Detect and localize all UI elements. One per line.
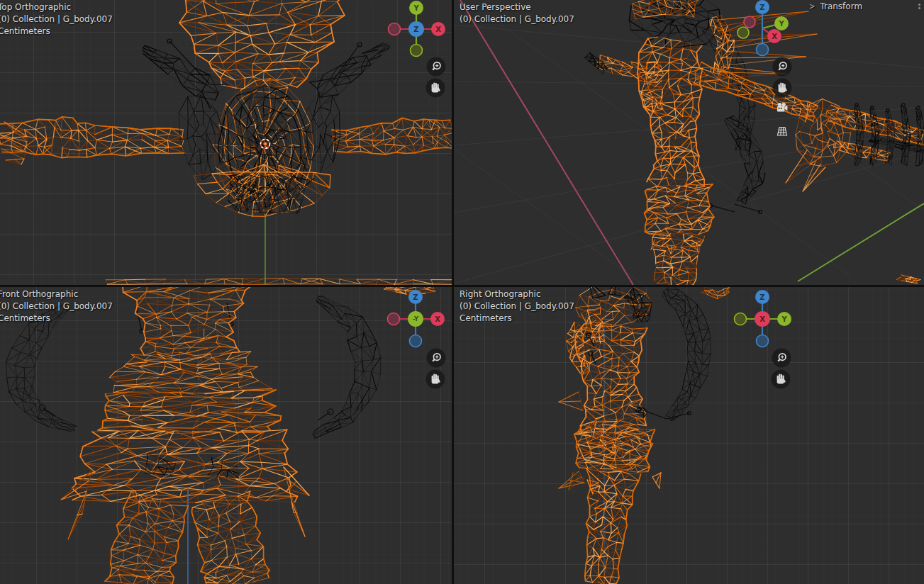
edge-bit-mesh bbox=[897, 274, 921, 283]
gizmo-axis-ball[interactable]: X bbox=[431, 22, 445, 36]
right-arm-mesh bbox=[694, 62, 818, 122]
right-arm-mesh bbox=[332, 118, 452, 155]
gizmo-axis-ball[interactable]: Y bbox=[409, 1, 423, 15]
viewport-scene-perspective: ZYX bbox=[454, 0, 924, 285]
wireframe-spikes bbox=[718, 11, 817, 78]
bodice-mesh bbox=[123, 287, 267, 356]
edge-strip-mesh bbox=[106, 279, 452, 285]
gizmo-axis-ball[interactable] bbox=[757, 335, 769, 347]
gizmo-axis-ball[interactable] bbox=[389, 23, 401, 35]
viewport-user-perspective[interactable]: ZYX User Perspective (0) Collection | G_… bbox=[454, 0, 924, 285]
pan-hand-icon[interactable] bbox=[773, 79, 792, 98]
chevron-right-icon: > bbox=[809, 1, 815, 11]
gizmo-axis-ball[interactable] bbox=[737, 27, 749, 38]
gizmo-axis-label: Y bbox=[413, 4, 419, 12]
hair-mesh bbox=[629, 0, 720, 49]
viewport-right-orthographic[interactable]: ZYX Right Orthographic (0) Collection | … bbox=[454, 287, 924, 584]
gizmo-axis-label: -Y bbox=[413, 315, 419, 322]
tassel-mesh bbox=[915, 108, 924, 166]
crescent-blade-mesh bbox=[725, 116, 765, 204]
hand-detail bbox=[585, 52, 607, 74]
view-axis-gizmo[interactable]: YXZ bbox=[389, 1, 446, 57]
chest-top-mesh bbox=[160, 0, 362, 89]
grid-ortho-toggle-icon[interactable] bbox=[778, 128, 787, 136]
crescent-side-mesh bbox=[662, 287, 711, 420]
gizmo-axis-ball[interactable]: -Y bbox=[408, 311, 423, 327]
zoom-icon[interactable] bbox=[427, 349, 446, 368]
gizmo-axis-ball[interactable]: Z bbox=[408, 290, 423, 304]
viewport-scene-right: ZYX bbox=[454, 287, 924, 584]
pan-hand-icon[interactable] bbox=[772, 370, 791, 389]
viewport-top-orthographic[interactable]: YXZ Top Orthographic (0) Collection | G_… bbox=[0, 0, 452, 285]
view-axis-gizmo[interactable]: ZYX bbox=[735, 290, 792, 347]
gizmo-axis-ball[interactable] bbox=[735, 313, 747, 325]
wireframe-detail bbox=[735, 204, 762, 214]
torso-mesh bbox=[638, 37, 704, 188]
viewport-front-orthographic[interactable]: ZX-Y Front Orthographic (0) Collection |… bbox=[0, 287, 452, 584]
skirt-top-mesh bbox=[194, 164, 330, 216]
gizmo-axis-label: X bbox=[435, 26, 441, 33]
gizmo-axis-label: Z bbox=[759, 293, 764, 301]
view-axis-gizmo[interactable]: ZX-Y bbox=[388, 290, 445, 347]
ruffle-mesh bbox=[110, 352, 272, 393]
left-leg-mesh bbox=[105, 492, 189, 584]
wireframe-detail bbox=[318, 409, 333, 420]
gizmo-axis-label: X bbox=[435, 315, 440, 323]
transform-panel-label: Transform bbox=[820, 1, 862, 11]
gizmo-axis-label: Z bbox=[413, 26, 418, 33]
pan-hand-icon[interactable] bbox=[426, 370, 445, 389]
gizmo-axis-ball[interactable] bbox=[388, 313, 400, 325]
gizmo-axis-ball[interactable]: Z bbox=[755, 290, 769, 304]
zoom-icon[interactable] bbox=[427, 57, 446, 77]
chest-side-mesh bbox=[567, 322, 589, 374]
gizmo-axis-ball[interactable]: X bbox=[430, 312, 445, 326]
zoom-icon[interactable] bbox=[773, 57, 792, 77]
mid-skirt-mesh bbox=[98, 390, 281, 434]
edge-bit-mesh bbox=[702, 287, 730, 299]
viewport-scene-top: YXZ bbox=[0, 0, 452, 285]
view-axis-gizmo[interactable]: ZYX bbox=[737, 0, 789, 56]
wireframe-spikes bbox=[786, 150, 825, 191]
scabbard-left bbox=[143, 45, 228, 109]
gizmo-axis-ball[interactable] bbox=[757, 44, 769, 56]
gizmo-axis-ball[interactable]: X bbox=[755, 311, 770, 327]
gizmo-axis-label: X bbox=[772, 33, 777, 40]
wireframe-detail bbox=[136, 307, 144, 333]
gizmo-axis-ball[interactable] bbox=[411, 45, 423, 57]
gizmo-axis-ball[interactable]: Y bbox=[777, 312, 791, 326]
gizmo-axis-ball[interactable] bbox=[744, 16, 755, 28]
gizmo-axis-ball[interactable]: X bbox=[767, 29, 781, 43]
scabbard-right bbox=[310, 43, 390, 103]
gizmo-axis-ball[interactable]: Z bbox=[408, 21, 424, 37]
skirt-mesh bbox=[645, 184, 715, 236]
crescent-left-mesh bbox=[6, 303, 77, 431]
viewport-scene-front: ZX-Y bbox=[0, 287, 452, 584]
gizmo-axis-ball[interactable] bbox=[410, 335, 422, 347]
camera-view-icon[interactable] bbox=[777, 103, 787, 112]
gizmo-axis-ball[interactable]: Y bbox=[774, 16, 789, 30]
body-side-mesh bbox=[575, 322, 647, 433]
gizmo-axis-label: Z bbox=[413, 293, 418, 301]
right-leg-mesh bbox=[191, 491, 269, 584]
lower-skirt-mesh bbox=[72, 429, 298, 502]
transform-panel-header[interactable]: > Transform bbox=[809, 1, 924, 11]
gizmo-axis-label: Y bbox=[781, 315, 787, 323]
pan-hand-icon[interactable] bbox=[426, 79, 445, 98]
gizmo-axis-ball[interactable]: Z bbox=[755, 0, 769, 14]
leg-side-mesh bbox=[585, 468, 641, 584]
zoom-icon[interactable] bbox=[772, 349, 791, 368]
gizmo-axis-label: Z bbox=[759, 4, 764, 11]
panel-drag-dots-icon[interactable] bbox=[918, 3, 920, 10]
gizmo-axis-label: X bbox=[759, 315, 765, 323]
blender-quad-view: YXZ Top Orthographic (0) Collection | G_… bbox=[0, 0, 924, 584]
gizmo-axis-label: Y bbox=[778, 20, 784, 28]
legs-mesh bbox=[652, 233, 705, 285]
